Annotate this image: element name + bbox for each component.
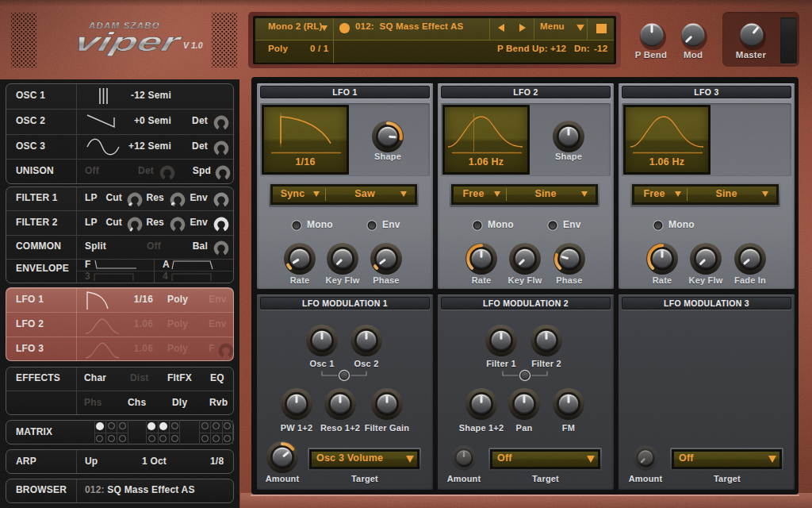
svg-text:V 1.0: V 1.0 bbox=[183, 40, 203, 50]
svg-text:viper: viper bbox=[71, 27, 185, 56]
